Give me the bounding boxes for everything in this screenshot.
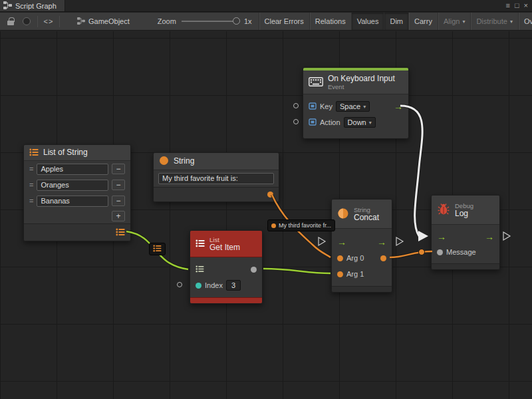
- remove-item-button[interactable]: −: [112, 180, 125, 190]
- code-icon: <>: [44, 17, 54, 25]
- lock-button[interactable]: [3, 13, 19, 30]
- arg0-label: Arg 0: [346, 254, 364, 262]
- list-item-input[interactable]: Bananas: [37, 196, 108, 207]
- drag-handle-icon[interactable]: =: [29, 165, 33, 173]
- node-footer: [432, 263, 499, 269]
- remove-item-button[interactable]: −: [112, 164, 125, 174]
- index-value-input[interactable]: 3: [226, 280, 241, 291]
- list-item-input[interactable]: Oranges: [37, 180, 108, 191]
- flow-output-port[interactable]: →: [485, 232, 494, 241]
- chevron-down-icon: ▾: [462, 19, 465, 25]
- align-label: Align: [444, 17, 460, 25]
- list-item-row: = Oranges −: [24, 177, 130, 193]
- unconnected-port[interactable]: [177, 282, 182, 287]
- node-on-keyboard-input[interactable]: On Keyboard Input Event Key Space ▾ → Ac…: [303, 67, 409, 139]
- message-input-port[interactable]: [437, 249, 443, 255]
- list-icon: [29, 148, 39, 158]
- list-output-port[interactable]: [116, 228, 125, 237]
- align-button[interactable]: Align ▾: [438, 13, 470, 30]
- node-log[interactable]: Debug Log → → Message: [431, 195, 500, 270]
- string-value-input[interactable]: My third favorite fruit is:: [158, 173, 274, 184]
- node-header[interactable]: List of String: [24, 145, 130, 161]
- list-item-row: = Apples −: [24, 161, 130, 177]
- flow-row: → →: [432, 229, 499, 245]
- list-icon: [196, 239, 205, 249]
- message-row: Message: [432, 245, 499, 259]
- unconnected-port[interactable]: [293, 119, 299, 124]
- clear-errors-button[interactable]: Clear Errors: [259, 13, 309, 30]
- values-button[interactable]: Values: [351, 13, 384, 30]
- info-button[interactable]: [19, 13, 35, 30]
- close-icon[interactable]: ×: [524, 2, 528, 9]
- remove-item-button[interactable]: −: [112, 196, 125, 206]
- node-title: Log: [455, 209, 473, 218]
- key-label: Key: [320, 102, 332, 110]
- node-title: Get Item: [209, 243, 240, 252]
- flow-input-port[interactable]: →: [337, 237, 346, 247]
- graph-target[interactable]: GameObject: [77, 17, 130, 26]
- string-dot-icon: [271, 223, 276, 228]
- node-header[interactable]: String: [154, 153, 279, 170]
- keyboard-icon: [309, 77, 323, 88]
- zoom-slider[interactable]: [182, 21, 239, 22]
- node-title: On Keyboard Input: [328, 74, 395, 83]
- drag-handle-icon[interactable]: =: [29, 197, 33, 205]
- add-item-row: +: [24, 209, 130, 223]
- arg1-input-port[interactable]: [337, 271, 343, 277]
- flow-output-port[interactable]: →: [377, 237, 386, 247]
- distribute-button[interactable]: Distribute ▾: [470, 13, 517, 30]
- node-category: List: [209, 236, 240, 243]
- node-concat[interactable]: String Concat → → Arg 0 Arg 1: [331, 199, 392, 293]
- toolbar-separator: [59, 16, 60, 27]
- wire-shadow: [390, 251, 432, 257]
- node-title: List of String: [43, 148, 88, 157]
- script-machine-icon: [77, 17, 85, 26]
- window-menu-icon[interactable]: ≡: [505, 2, 509, 9]
- node-list-of-string[interactable]: List of String = Apples − = Oranges − = …: [23, 144, 131, 241]
- list-input-port[interactable]: [196, 265, 204, 274]
- overview-button[interactable]: Overv: [518, 13, 532, 30]
- script-graph-tab[interactable]: Script Graph: [0, 0, 65, 11]
- graph-icon: [3, 1, 12, 11]
- node-header[interactable]: Debug Log: [432, 196, 499, 225]
- index-label: Index: [205, 281, 223, 289]
- bug-icon: [437, 203, 450, 217]
- zoom-slider-handle[interactable]: [233, 17, 240, 25]
- flow-row: → →: [332, 234, 392, 250]
- titlebar-spacer: [65, 0, 506, 11]
- unconnected-port[interactable]: [293, 103, 299, 108]
- list-item-input[interactable]: Apples: [37, 164, 108, 175]
- chevron-down-icon: ▾: [510, 19, 513, 25]
- flow-output-port[interactable]: →: [394, 102, 403, 111]
- flow-triangle-icon: [396, 237, 403, 245]
- list-input-row: [190, 261, 262, 277]
- tab-title: Script Graph: [15, 2, 57, 10]
- result-output-port[interactable]: [380, 255, 386, 261]
- action-dropdown[interactable]: Down ▾: [344, 117, 376, 128]
- list-output-strip: [24, 223, 130, 241]
- maximize-icon[interactable]: □: [515, 2, 519, 9]
- node-get-item[interactable]: List Get Item Index 3: [190, 230, 263, 304]
- dim-button[interactable]: Dim: [384, 13, 408, 30]
- string-output-port[interactable]: [267, 192, 273, 198]
- add-item-button[interactable]: +: [112, 211, 125, 221]
- relations-button[interactable]: Relations: [309, 13, 351, 30]
- carry-button[interactable]: Carry: [408, 13, 438, 30]
- arg0-input-port[interactable]: [337, 255, 343, 261]
- node-header[interactable]: List Get Item: [190, 231, 262, 257]
- item-output-port[interactable]: [251, 267, 257, 273]
- node-header[interactable]: On Keyboard Input Event: [303, 70, 408, 94]
- flow-input-port[interactable]: →: [437, 232, 446, 241]
- key-dropdown[interactable]: Space ▾: [336, 101, 370, 112]
- drag-handle-icon[interactable]: =: [29, 181, 33, 189]
- arg1-row: Arg 1: [332, 266, 392, 282]
- node-string-literal[interactable]: String My third favorite fruit is:: [153, 152, 279, 202]
- graph-canvas[interactable]: On Keyboard Input Event Key Space ▾ → Ac…: [0, 31, 532, 399]
- wire-concat-to-log[interactable]: [390, 251, 432, 257]
- wire-getitem-to-concat[interactable]: [263, 269, 331, 273]
- index-input-port[interactable]: [196, 283, 201, 289]
- code-view-button[interactable]: <>: [41, 13, 57, 30]
- action-row: Action Down ▾: [303, 114, 408, 130]
- node-title: Concat: [354, 213, 379, 222]
- node-header[interactable]: String Concat: [332, 200, 392, 229]
